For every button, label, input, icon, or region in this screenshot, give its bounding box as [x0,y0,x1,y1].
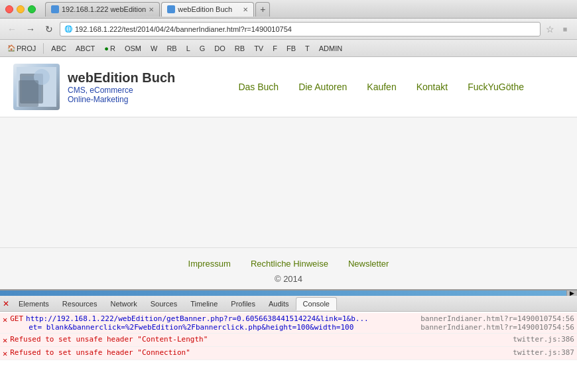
back-button[interactable]: ← [4,21,20,37]
nav-das-buch[interactable]: Das Buch [238,82,279,92]
tabs-bar: 192.168.1.222 webEdition ✕ webEdition Bu… [45,2,572,17]
bm-g[interactable]: G [196,43,209,54]
bm-sep-1 [43,43,44,54]
nav-right-buttons: ≡ [557,21,573,37]
titlebar: 192.168.1.222 webEdition ✕ webEdition Bu… [0,0,577,19]
site-logo: webEdition Buch CMS, eCommerce Online-Ma… [13,64,175,110]
devtools-tab-elements[interactable]: Elements [12,298,56,310]
bm-proj[interactable]: 🏠 PROJ [4,43,39,54]
forward-button[interactable]: → [23,21,38,37]
console-line-1: ✕ GET http://192.168.1.222/webEdition/ge… [0,313,577,334]
site-footer: Impressum Rechtliche Hinweise Newsletter… [0,247,577,289]
site-title-block: webEdition Buch CMS, eCommerce Online-Ma… [68,70,175,104]
devtools-tab-network[interactable]: Network [103,298,143,310]
devtools-console: ✕ GET http://192.168.1.222/webEdition/ge… [0,312,577,392]
error-icon-2: ✕ [3,336,7,345]
bm-rb2[interactable]: RB [231,43,248,54]
footer-copyright: © 2014 [13,274,564,284]
nav-fuckyugothe[interactable]: FuckYuGöthe [468,82,524,92]
menu-button[interactable]: ≡ [557,21,573,37]
address-bar[interactable]: 🌐 192.168.1.222/test/2014/04/24/bannerIn… [60,22,541,36]
bm-rb1[interactable]: RB [163,43,180,54]
bm-l[interactable]: L [183,43,194,54]
devtools-scrollbar[interactable]: ▶ [0,291,577,296]
refresh-button[interactable]: ↻ [41,21,57,37]
footer-newsletter[interactable]: Newsletter [348,259,389,269]
tab-label-2: webEdition Buch [178,5,232,13]
nav-kaufen[interactable]: Kaufen [367,82,396,92]
bm-w-label: W [151,44,157,52]
bm-t[interactable]: T [302,43,313,54]
tab-1[interactable]: 192.168.1.222 webEdition ✕ [45,2,160,17]
tab-close-1[interactable]: ✕ [149,6,154,13]
browser-window: 192.168.1.222 webEdition ✕ webEdition Bu… [0,0,577,392]
devtools-tabs: ✕ Elements Resources Network Sources Tim… [0,296,577,312]
error-icon-1: ✕ [3,315,7,324]
devtools-tab-timeline[interactable]: Timeline [184,298,224,310]
error-icon-3: ✕ [3,349,7,358]
footer-rechtliche[interactable]: Rechtliche Hinweise [251,259,328,269]
navbar: ← → ↻ 🌐 192.168.1.222/test/2014/04/24/ba… [0,19,577,40]
devtools-close-icon[interactable]: ✕ [3,299,9,308]
svg-point-3 [34,69,50,85]
console-line-2-content: Refused to set unsafe header "Content-Le… [10,335,574,344]
site-title: webEdition Buch [68,70,175,86]
bookmark-star[interactable]: ☆ [546,24,554,34]
console-line-1-main: GET http://192.168.1.222/webEdition/getB… [10,314,414,332]
bm-w[interactable]: W [147,43,160,54]
bm-tv-label: TV [254,44,263,52]
bm-osm[interactable]: OSM [121,43,145,54]
logo-image [13,64,60,110]
console-line-2: ✕ Refused to set unsafe header "Content-… [0,334,577,347]
devtools-panel: ▶ ✕ Elements Resources Network Sources T… [0,289,577,392]
bm-r-label: R [110,44,115,52]
bm-admin[interactable]: ADMIN [316,43,346,54]
tab-close-2[interactable]: ✕ [243,6,248,13]
nav-kontakt[interactable]: Kontakt [417,82,448,92]
devtools-tab-console[interactable]: Console [296,297,337,310]
maximize-button[interactable] [28,5,36,13]
bm-proj-icon: 🏠 [7,44,15,52]
url-continuation: et= blank&bannerclick=%2FwebEdition%2Fba… [10,323,414,332]
bm-tv[interactable]: TV [251,43,267,54]
bm-fb[interactable]: FB [283,43,299,54]
footer-impressum[interactable]: Impressum [188,259,231,269]
page-wrapper: webEdition Buch CMS, eCommerce Online-Ma… [0,57,577,392]
console-line-1-sources: bannerIndianer.html?r=1490010754:56 bann… [414,314,574,332]
get-method: GET [10,314,23,323]
site-subtitle-line1: CMS, eCommerce [68,86,175,95]
tab-2[interactable]: webEdition Buch ✕ [161,2,254,17]
bm-abct[interactable]: ABCT [72,43,98,54]
get-line: GET http://192.168.1.222/webEdition/getB… [10,314,414,323]
minimize-button[interactable] [17,5,25,13]
devtools-tab-profiles[interactable]: Profiles [224,298,262,310]
bm-abc[interactable]: ABC [48,43,70,54]
bm-do[interactable]: DO [211,43,229,54]
console-source-1a: bannerIndianer.html?r=1490010754:56 [420,314,574,323]
refused-connection-text: Refused to set unsafe header "Connection… [10,348,190,357]
site-main [0,117,577,247]
site-subtitle-line2: Online-Marketing [68,95,175,104]
bm-abct-label: ABCT [76,44,95,52]
refused-content-length-text: Refused to set unsafe header "Content-Le… [10,335,208,344]
footer-links: Impressum Rechtliche Hinweise Newsletter [13,259,564,269]
bm-g-label: G [200,44,206,52]
devtools-tab-audits[interactable]: Audits [262,298,296,310]
console-source-1b: bannerIndianer.html?r=1490010754:56 [420,323,574,332]
console-source-3: twitter.js:387 [513,348,574,357]
bm-f-label: F [273,44,277,52]
tab-favicon-1 [51,5,59,13]
console-line-1-content: GET http://192.168.1.222/webEdition/getB… [10,314,574,332]
console-line-3-content: Refused to set unsafe header "Connection… [10,348,574,357]
devtools-tab-resources[interactable]: Resources [56,298,104,310]
devtools-tab-sources[interactable]: Sources [144,298,184,310]
bm-f[interactable]: F [269,43,281,54]
site-nav: Das Buch Die Autoren Kaufen Kontakt Fuck… [202,82,564,92]
close-button[interactable] [5,5,13,13]
nav-die-autoren[interactable]: Die Autoren [298,82,347,92]
new-tab-button[interactable]: + [255,2,270,17]
console-line-3: ✕ Refused to set unsafe header "Connecti… [0,347,577,360]
bm-r[interactable]: ● R [101,43,119,54]
console-url-1[interactable]: http://192.168.1.222/webEdition/getBanne… [26,314,369,323]
url-text: 192.168.1.222/test/2014/04/24/bannerIndi… [75,25,292,33]
